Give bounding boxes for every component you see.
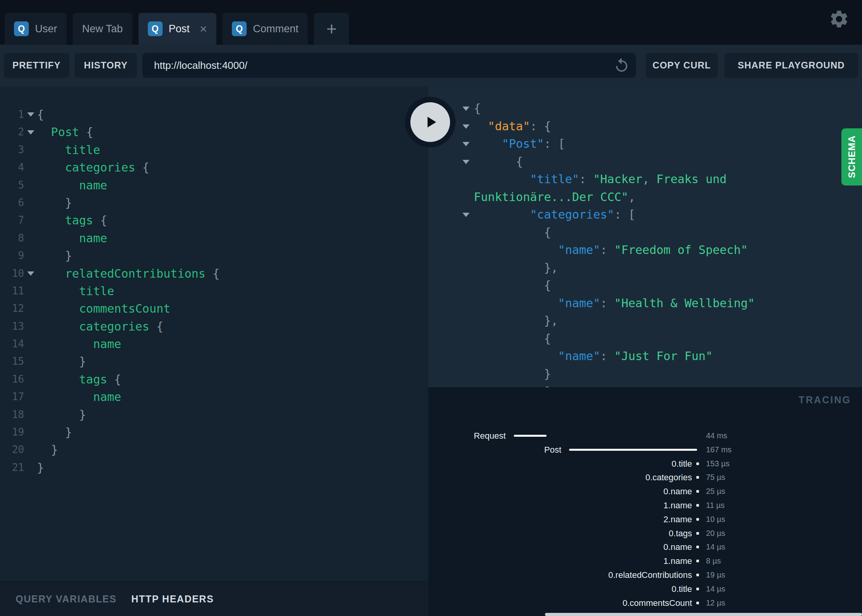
response-line: Funktionäre...Der CCC", (428, 188, 862, 206)
response-line: }, (428, 312, 862, 330)
line-number: 18 (0, 406, 24, 424)
editor-line: 2Post { (0, 123, 428, 141)
code-text: title (37, 282, 114, 300)
fold-spacer (428, 365, 474, 383)
tab-post[interactable]: QPost× (138, 13, 217, 45)
editor-line: 15} (0, 353, 428, 370)
fold-spacer (24, 194, 37, 212)
line-number: 17 (0, 388, 24, 406)
undo-icon[interactable] (613, 57, 630, 74)
query-editor[interactable]: 1{2Post {3title4categories {5name6}7tags… (0, 86, 428, 581)
code-text: title (37, 141, 100, 159)
fold-spacer (428, 347, 474, 365)
http-headers-tab[interactable]: HTTP HEADERS (131, 593, 214, 605)
query-variables-tab[interactable]: QUERY VARIABLES (16, 593, 117, 605)
fold-toggle[interactable] (24, 106, 37, 123)
response-line: "Post": [ (428, 135, 862, 153)
play-icon (410, 102, 450, 142)
prettify-button[interactable]: PRETTIFY (4, 53, 69, 78)
code-text: } (37, 459, 44, 476)
response-line: { (428, 330, 862, 348)
line-number: 16 (0, 371, 24, 388)
copy-curl-button[interactable]: COPY CURL (646, 53, 718, 78)
execute-button[interactable] (405, 97, 456, 147)
fold-toggle[interactable] (428, 153, 474, 171)
fold-spacer (428, 312, 474, 330)
editor-line: 6} (0, 194, 428, 212)
code-text: name (37, 388, 121, 406)
fold-spacer (24, 406, 37, 424)
share-playground-button[interactable]: SHARE PLAYGROUND (724, 53, 858, 78)
tracing-row: 0.commentsCount12 µs (428, 596, 862, 610)
tracing-duration: 25 µs (706, 485, 725, 499)
horizontal-scrollbar[interactable] (545, 613, 862, 616)
tracing-duration: 8 µs (706, 554, 721, 568)
tracing-duration: 11 µs (706, 499, 725, 513)
tracing-panel: TRACING Request44 msPost167 ms0.title153… (428, 387, 862, 616)
response-line: "title": "Hacker, Freaks und (428, 170, 862, 188)
code-text: categories { (37, 318, 163, 335)
tracing-label: 1.name (428, 499, 692, 513)
tab-label: Comment (253, 23, 298, 35)
query-badge: Q (14, 21, 29, 36)
editor-line: 1{ (0, 106, 428, 123)
query-badge: Q (232, 21, 247, 36)
tracing-row: 0.tags20 µs (428, 527, 862, 541)
tracing-duration: 14 µs (706, 582, 725, 596)
tracing-row: Post167 ms (428, 443, 862, 457)
tab-user[interactable]: QUser (5, 13, 67, 45)
editor-line: 21} (0, 459, 428, 476)
tracing-row: 0.name14 µs (428, 540, 862, 554)
code-text: relatedContributions { (37, 265, 220, 282)
chevron-down-icon (463, 124, 470, 129)
timing-dot (696, 490, 699, 493)
code-text: } (474, 365, 551, 383)
line-number: 9 (0, 247, 24, 264)
fold-spacer (428, 241, 474, 259)
tracing-label: 0.categories (428, 471, 692, 485)
fold-spacer (24, 353, 37, 370)
fold-toggle[interactable] (24, 265, 37, 282)
toolbar: PRETTIFY HISTORY COPY CURL SHARE PLAYGRO… (0, 45, 862, 86)
settings-gear-icon[interactable] (829, 9, 850, 30)
tab-strip: QUserNew TabQPost×QComment + (5, 13, 349, 45)
tracing-duration: 12 µs (706, 596, 725, 610)
line-number: 14 (0, 335, 24, 353)
timing-dot (696, 560, 699, 562)
tab-comment[interactable]: QComment (223, 13, 308, 45)
tracing-label: Post (428, 443, 561, 457)
fold-toggle[interactable] (24, 123, 37, 141)
editor-line: 11title (0, 282, 428, 300)
fold-toggle[interactable] (428, 206, 474, 224)
timing-dot (696, 574, 699, 576)
tracing-row: 0.title14 µs (428, 582, 862, 596)
chevron-down-icon (27, 271, 34, 276)
tracing-label: 0.name (428, 485, 692, 499)
editor-line: 8name (0, 229, 428, 247)
code-text: }, (474, 312, 558, 330)
close-icon[interactable]: × (200, 23, 207, 35)
endpoint-url-input[interactable] (142, 53, 636, 78)
editor-line: 20} (0, 441, 428, 458)
response-line: { (428, 100, 862, 117)
tab-label: New Tab (82, 23, 123, 35)
editor-line: 14name (0, 335, 428, 353)
tracing-label: 0.tags (428, 527, 692, 541)
tab-new-tab[interactable]: New Tab (73, 13, 132, 45)
editor-line: 19} (0, 424, 428, 441)
fold-spacer (24, 335, 37, 353)
line-number: 15 (0, 353, 24, 370)
timing-dot (696, 546, 699, 548)
editor-line: 18} (0, 406, 428, 424)
schema-tab[interactable]: SCHEMA (841, 128, 862, 186)
editor-line: 13categories { (0, 318, 428, 335)
history-button[interactable]: HISTORY (75, 53, 137, 78)
response-line: "categories": [ (428, 206, 862, 224)
tracing-label: Request (428, 429, 506, 443)
editor-line: 5name (0, 177, 428, 194)
timing-dot (696, 602, 699, 604)
query-editor-lines: 1{2Post {3title4categories {5name6}7tags… (0, 106, 428, 476)
chevron-down-icon (463, 142, 470, 146)
new-tab-button[interactable]: + (314, 13, 349, 45)
tab-label: Post (169, 23, 190, 35)
